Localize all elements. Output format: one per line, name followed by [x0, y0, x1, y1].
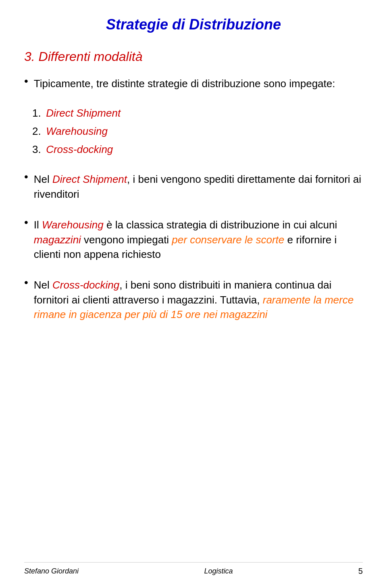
desc-warehousing: • Il Warehousing è la classica strategia…	[24, 218, 363, 262]
list-item-2: 2. Warehousing	[32, 125, 363, 138]
list-number-3: 3.	[32, 143, 41, 155]
footer-subject: Logistica	[204, 567, 233, 575]
desc-cross-docking-text: Nel Cross-docking, i beni sono distribui…	[34, 278, 363, 322]
bullet-dot-3: •	[24, 276, 28, 289]
list-number-1: 1.	[32, 107, 41, 119]
list-label-1: Direct Shipment	[46, 107, 121, 119]
desc-warehousing-text: Il Warehousing è la classica strategia d…	[34, 218, 363, 262]
bullet-dot-1: •	[24, 170, 28, 183]
desc-cross-docking: • Nel Cross-docking, i beni sono distrib…	[24, 278, 363, 322]
bullet-dot-2: •	[24, 216, 28, 229]
list-item-1: 1. Direct Shipment	[32, 107, 363, 119]
desc-direct-shipment: • Nel Direct Shipment, i beni vengono sp…	[24, 172, 363, 201]
footer: Stefano Giordani Logistica 5	[24, 562, 363, 576]
list-label-3: Cross-docking	[46, 143, 113, 155]
desc-direct-shipment-text: Nel Direct Shipment, i beni vengono sped…	[34, 172, 363, 201]
intro-bullet-item: • Tipicamente, tre distinte strategie di…	[24, 76, 363, 91]
footer-page-number: 5	[358, 567, 363, 576]
page-title: Strategie di Distribuzione	[24, 16, 363, 33]
numbered-list: 1. Direct Shipment 2. Warehousing 3. Cro…	[32, 107, 363, 156]
intro-text: Tipicamente, tre distinte strategie di d…	[34, 76, 335, 91]
list-item-3: 3. Cross-docking	[32, 143, 363, 156]
footer-author: Stefano Giordani	[24, 567, 79, 575]
section-heading: 3. Differenti modalità	[24, 49, 363, 64]
bullet-symbol: •	[24, 75, 28, 88]
list-label-2: Warehousing	[46, 125, 108, 137]
list-number-2: 2.	[32, 125, 41, 137]
